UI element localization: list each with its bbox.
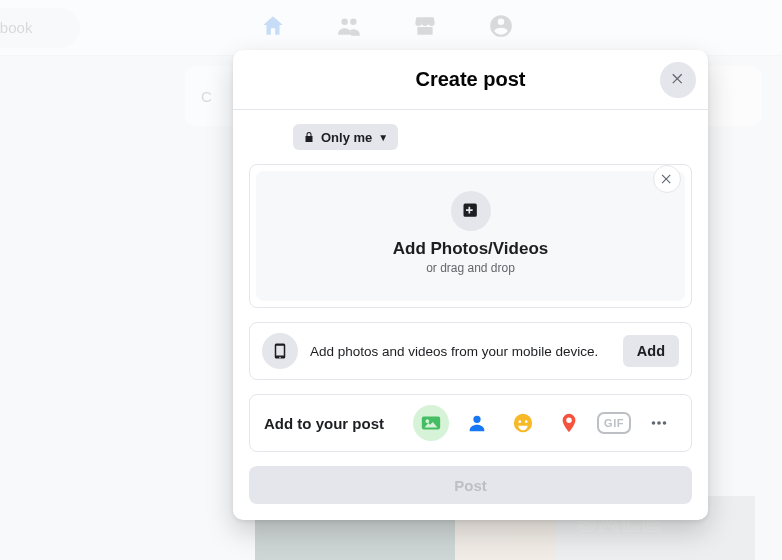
- dropzone-subtitle: or drag and drop: [426, 261, 515, 275]
- dropzone-title: Add Photos/Videos: [393, 239, 549, 259]
- audience-label: Only me: [321, 130, 372, 145]
- post-button[interactable]: Post: [249, 466, 692, 504]
- dropzone-inner[interactable]: Add Photos/Videos or drag and drop: [256, 171, 685, 301]
- photo-icon: [420, 412, 442, 434]
- author-row: Only me ▼: [249, 124, 692, 150]
- more-icon: [648, 412, 670, 434]
- caret-down-icon: ▼: [378, 132, 388, 143]
- modal-title: Create post: [415, 68, 525, 91]
- feeling-activity-button[interactable]: [505, 405, 541, 441]
- add-media-badge: [451, 191, 491, 231]
- mobile-add-button[interactable]: Add: [623, 335, 679, 367]
- lock-icon: [303, 131, 315, 143]
- smiley-icon: [512, 412, 534, 434]
- mobile-upload-row: Add photos and videos from your mobile d…: [249, 322, 692, 380]
- gif-button[interactable]: GIF: [597, 412, 631, 434]
- tag-people-icon: [466, 412, 488, 434]
- close-icon: [660, 172, 674, 186]
- media-dropzone[interactable]: Add Photos/Videos or drag and drop: [249, 164, 692, 308]
- phone-icon: [271, 342, 289, 360]
- add-photo-button[interactable]: [413, 405, 449, 441]
- tag-people-button[interactable]: [459, 405, 495, 441]
- close-icon: [669, 71, 687, 89]
- check-in-button[interactable]: [551, 405, 587, 441]
- create-post-modal: Create post Only me ▼ Add Photos/Videos …: [233, 50, 708, 520]
- add-to-post-label: Add to your post: [264, 415, 403, 432]
- mobile-upload-text: Add photos and videos from your mobile d…: [310, 344, 611, 359]
- close-dropzone-button[interactable]: [653, 165, 681, 193]
- add-media-icon: [461, 201, 481, 221]
- close-modal-button[interactable]: [660, 62, 696, 98]
- location-icon: [558, 412, 580, 434]
- mobile-badge: [262, 333, 298, 369]
- modal-body: Only me ▼ Add Photos/Videos or drag and …: [233, 110, 708, 520]
- audience-selector[interactable]: Only me ▼: [293, 124, 398, 150]
- add-to-post-row: Add to your post GIF: [249, 394, 692, 452]
- modal-header: Create post: [233, 50, 708, 110]
- more-options-button[interactable]: [641, 405, 677, 441]
